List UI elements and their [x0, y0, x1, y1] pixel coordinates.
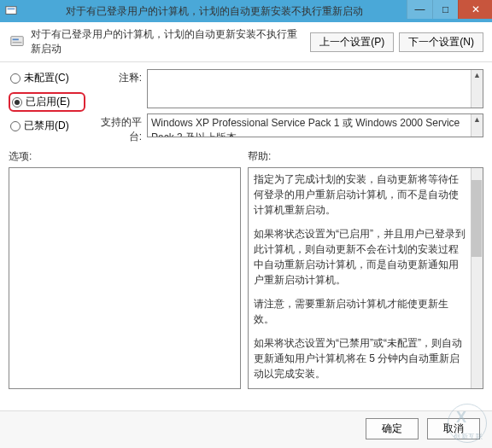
app-icon: [5, 5, 17, 17]
title-bar: 对于有已登录用户的计算机，计划的自动更新安装不执行重新启动 — □ ✕: [0, 0, 492, 22]
comment-textarea[interactable]: ▲: [147, 69, 483, 108]
radio-label: 已启用(E): [26, 95, 70, 109]
policy-name: 对于有已登录用户的计算机，计划的自动更新安装不执行重新启动: [31, 27, 305, 56]
next-setting-button[interactable]: 下一个设置(N): [399, 32, 483, 52]
supported-row: 支持的平台: Windows XP Professional Service P…: [91, 113, 483, 144]
watermark-logo: X 创新互联: [448, 404, 487, 443]
comment-label: 注释:: [91, 69, 142, 85]
minimize-button[interactable]: —: [407, 0, 432, 19]
options-panel: [9, 167, 241, 389]
help-section-label: 帮助:: [248, 149, 483, 164]
help-paragraph: 如果将状态设置为“已启用”，并且用户已登录到此计算机，则自动更新不会在计划的安装…: [254, 226, 467, 288]
window-title: 对于有已登录用户的计算机，计划的自动更新安装不执行重新启动: [22, 4, 407, 19]
config-area: 未配置(C) 已启用(E) 已禁用(D) 注释: ▲ 支持的平台: Window…: [0, 62, 492, 148]
radio-icon: [10, 121, 20, 131]
right-column: 注释: ▲ 支持的平台: Windows XP Professional Ser…: [91, 69, 483, 144]
scrollbar[interactable]: ▲: [471, 70, 483, 108]
ok-button[interactable]: 确定: [366, 418, 419, 439]
scroll-up-icon: ▲: [473, 114, 481, 125]
help-paragraph: 请注意，需要重新启动计算机才能使更新生效。: [254, 296, 467, 327]
radio-label: 已禁用(D): [24, 119, 69, 133]
help-paragraph: 指定为了完成计划的安装，自动更新将等待任何登录的用户重新启动计算机，而不是自动使…: [254, 172, 467, 218]
supported-label: 支持的平台:: [91, 113, 142, 144]
radio-icon: [10, 73, 20, 84]
watermark-text: 创新互联: [442, 432, 492, 441]
lower-panels: 指定为了完成计划的安装，自动更新将等待任何登录的用户重新启动计算机，而不是自动使…: [0, 167, 492, 389]
policy-icon: [9, 33, 26, 50]
scrollbar[interactable]: ▲: [471, 114, 483, 137]
svg-rect-4: [13, 42, 22, 43]
scroll-up-icon: ▲: [473, 70, 481, 80]
radio-enabled[interactable]: 已启用(E): [9, 92, 85, 112]
svg-rect-1: [8, 9, 15, 10]
radio-label: 未配置(C): [24, 71, 69, 85]
maximize-button[interactable]: □: [432, 0, 458, 19]
help-panel: 指定为了完成计划的安装，自动更新将等待任何登录的用户重新启动计算机，而不是自动使…: [248, 167, 483, 389]
previous-setting-button[interactable]: 上一个设置(P): [310, 32, 394, 52]
supported-platforms-box: Windows XP Professional Service Pack 1 或…: [147, 113, 483, 137]
supported-value: Windows XP Professional Service Pack 1 或…: [151, 117, 460, 137]
state-radio-group: 未配置(C) 已启用(E) 已禁用(D): [9, 69, 85, 144]
radio-not-configured[interactable]: 未配置(C): [9, 69, 85, 87]
radio-icon: [12, 97, 22, 108]
svg-rect-2: [11, 37, 23, 46]
svg-rect-3: [13, 38, 19, 40]
svg-rect-0: [6, 7, 16, 15]
section-labels: 选项: 帮助:: [0, 148, 492, 167]
window-controls: — □ ✕: [407, 0, 492, 22]
help-scrollbar-thumb[interactable]: [472, 180, 482, 257]
options-section-label: 选项:: [9, 149, 248, 164]
comment-row: 注释: ▲: [91, 69, 483, 108]
close-button[interactable]: ✕: [458, 0, 492, 19]
header-row: 对于有已登录用户的计算机，计划的自动更新安装不执行重新启动 上一个设置(P) 下…: [0, 22, 492, 62]
help-paragraph: 如果将状态设置为“已禁用”或“未配置”，则自动更新通知用户计算机将在 5 分钟内…: [254, 335, 467, 381]
radio-disabled[interactable]: 已禁用(D): [9, 117, 85, 135]
dialog-footer: 确定 取消: [0, 410, 492, 448]
